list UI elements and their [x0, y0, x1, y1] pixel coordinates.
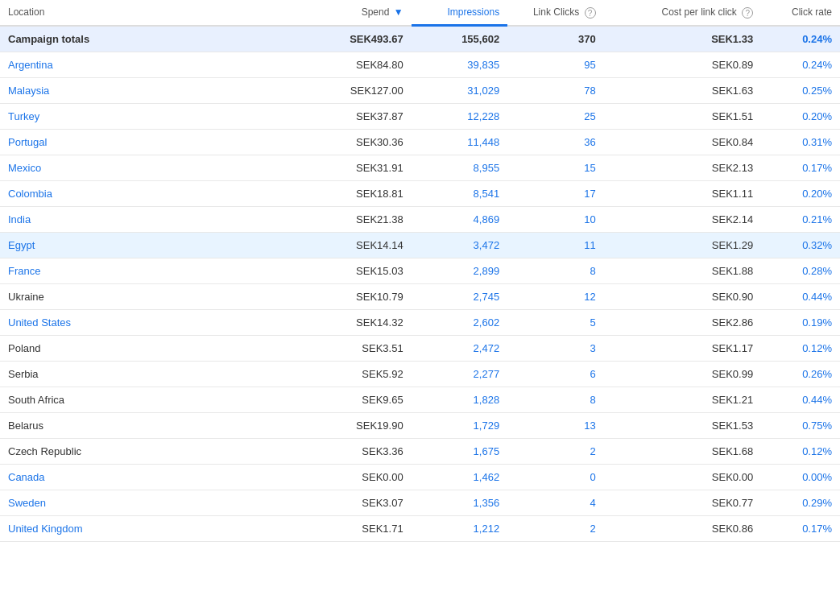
click-rate-cell: 0.17% [761, 155, 840, 181]
col-header-impressions[interactable]: Impressions [412, 0, 508, 26]
spend-cell: SEK30.36 [324, 130, 412, 155]
table-row: Campaign totalsSEK493.67155,602370SEK1.3… [0, 26, 840, 52]
location-link[interactable]: Argentina [8, 59, 53, 71]
cost-per-click-header-label: Cost per link click [661, 6, 736, 18]
cost-per-click-cell: SEK1.29 [604, 233, 762, 258]
impressions-cell: 1,729 [412, 413, 508, 439]
cost-per-click-cell: SEK2.86 [604, 310, 762, 336]
location-cell: Poland [0, 336, 324, 362]
impressions-cell: 2,277 [412, 362, 508, 387]
click-rate-cell: 0.20% [761, 104, 840, 130]
location-link[interactable]: Malaysia [8, 85, 49, 97]
table-row: MexicoSEK31.918,95515SEK2.130.17% [0, 155, 840, 181]
table-row: IndiaSEK21.384,86910SEK2.140.21% [0, 207, 840, 233]
location-cell: Egypt [0, 233, 324, 258]
spend-cell: SEK3.51 [324, 336, 412, 362]
location-cell: Ukraine [0, 284, 324, 310]
cost-per-click-cell: SEK1.21 [604, 387, 762, 413]
location-cell: Mexico [0, 155, 324, 181]
spend-cell: SEK493.67 [324, 26, 412, 52]
col-header-cost-per-click[interactable]: Cost per link click ? [604, 0, 762, 26]
cost-per-click-help-icon[interactable]: ? [742, 7, 753, 19]
location-cell: Turkey [0, 104, 324, 130]
link-clicks-cell: 8 [507, 258, 604, 284]
cost-per-click-cell: SEK0.77 [604, 490, 762, 516]
click-rate-cell: 0.24% [761, 26, 840, 52]
link-clicks-cell: 10 [507, 207, 604, 233]
location-cell: Canada [0, 465, 324, 490]
table-row: CanadaSEK0.001,4620SEK0.000.00% [0, 465, 840, 490]
impressions-cell: 8,955 [412, 155, 508, 181]
spend-cell: SEK31.91 [324, 155, 412, 181]
click-rate-cell: 0.17% [761, 516, 840, 542]
impressions-cell: 2,602 [412, 310, 508, 336]
col-header-click-rate[interactable]: Click rate [761, 0, 840, 26]
click-rate-cell: 0.75% [761, 413, 840, 439]
location-cell: Campaign totals [0, 26, 324, 52]
table-row: TurkeySEK37.8712,22825SEK1.510.20% [0, 104, 840, 130]
cost-per-click-cell: SEK0.86 [604, 516, 762, 542]
spend-cell: SEK18.81 [324, 181, 412, 207]
spend-cell: SEK14.14 [324, 233, 412, 258]
location-link[interactable]: Mexico [8, 162, 41, 174]
location-link[interactable]: Sweden [8, 497, 46, 509]
cost-per-click-cell: SEK1.11 [604, 181, 762, 207]
col-header-spend[interactable]: Spend ▼ [324, 0, 412, 26]
spend-cell: SEK1.71 [324, 516, 412, 542]
cost-per-click-cell: SEK0.99 [604, 362, 762, 387]
location-link[interactable]: United Kingdom [8, 523, 83, 535]
location-cell: Sweden [0, 490, 324, 516]
link-clicks-cell: 8 [507, 387, 604, 413]
impressions-cell: 1,828 [412, 387, 508, 413]
table-row: MalaysiaSEK127.0031,02978SEK1.630.25% [0, 78, 840, 104]
click-rate-cell: 0.29% [761, 490, 840, 516]
location-link[interactable]: Portugal [8, 136, 47, 148]
location-link[interactable]: Egypt [8, 239, 35, 251]
location-link[interactable]: Colombia [8, 188, 52, 200]
link-clicks-help-icon[interactable]: ? [585, 7, 596, 19]
cost-per-click-cell: SEK1.33 [604, 26, 762, 52]
link-clicks-cell: 4 [507, 490, 604, 516]
location-cell: Argentina [0, 52, 324, 78]
impressions-cell: 8,541 [412, 181, 508, 207]
spend-cell: SEK5.92 [324, 362, 412, 387]
link-clicks-cell: 2 [507, 516, 604, 542]
click-rate-cell: 0.31% [761, 130, 840, 155]
col-header-link-clicks[interactable]: Link Clicks ? [507, 0, 604, 26]
link-clicks-cell: 12 [507, 284, 604, 310]
location-header-label: Location [8, 6, 44, 18]
table-row: PortugalSEK30.3611,44836SEK0.840.31% [0, 130, 840, 155]
spend-cell: SEK10.79 [324, 284, 412, 310]
click-rate-cell: 0.32% [761, 233, 840, 258]
impressions-cell: 39,835 [412, 52, 508, 78]
link-clicks-cell: 78 [507, 78, 604, 104]
click-rate-cell: 0.21% [761, 207, 840, 233]
table-row: ArgentinaSEK84.8039,83595SEK0.890.24% [0, 52, 840, 78]
impressions-cell: 2,472 [412, 336, 508, 362]
location-cell: Serbia [0, 362, 324, 387]
location-cell: India [0, 207, 324, 233]
spend-cell: SEK0.00 [324, 465, 412, 490]
cost-per-click-cell: SEK1.63 [604, 78, 762, 104]
click-rate-cell: 0.44% [761, 284, 840, 310]
spend-cell: SEK37.87 [324, 104, 412, 130]
location-link[interactable]: Turkey [8, 110, 39, 122]
impressions-cell: 11,448 [412, 130, 508, 155]
location-link[interactable]: Canada [8, 471, 45, 483]
table-row: UkraineSEK10.792,74512SEK0.900.44% [0, 284, 840, 310]
cost-per-click-cell: SEK1.53 [604, 413, 762, 439]
click-rate-cell: 0.12% [761, 336, 840, 362]
click-rate-cell: 0.12% [761, 439, 840, 465]
cost-per-click-cell: SEK2.13 [604, 155, 762, 181]
table-row: ColombiaSEK18.818,54117SEK1.110.20% [0, 181, 840, 207]
location-link[interactable]: United States [8, 316, 71, 329]
click-rate-cell: 0.24% [761, 52, 840, 78]
link-clicks-cell: 11 [507, 233, 604, 258]
spend-cell: SEK84.80 [324, 52, 412, 78]
location-link[interactable]: France [8, 265, 40, 277]
location-cell: United States [0, 310, 324, 336]
link-clicks-cell: 6 [507, 362, 604, 387]
cost-per-click-cell: SEK2.14 [604, 207, 762, 233]
impressions-cell: 31,029 [412, 78, 508, 104]
location-link[interactable]: India [8, 213, 31, 225]
